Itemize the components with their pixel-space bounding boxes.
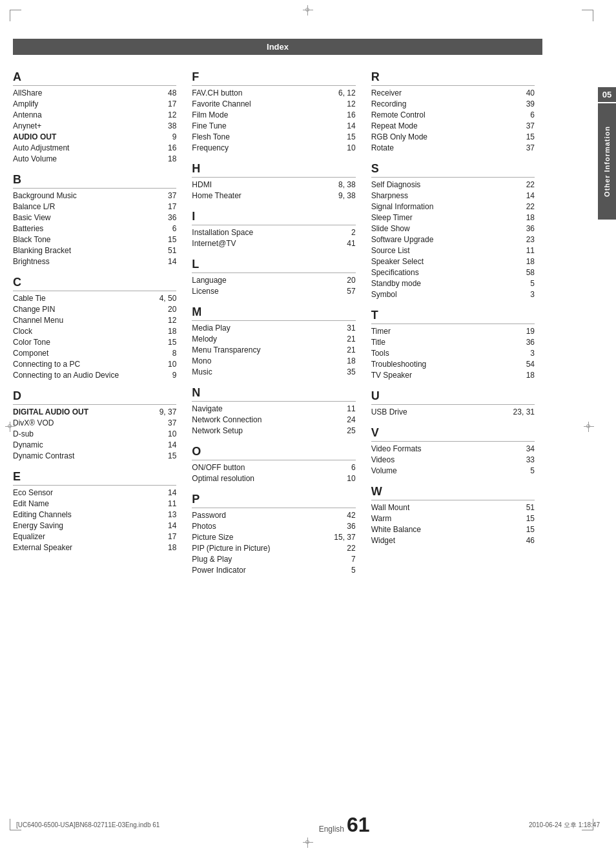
entry-page: 15 <box>509 525 535 534</box>
entry-name: Anynet+ <box>13 121 41 130</box>
entry-page: 39 <box>509 99 535 108</box>
index-entry: Symbol3 <box>371 289 535 300</box>
index-entry: Remote Control6 <box>371 109 535 120</box>
entry-page: 17 <box>150 99 176 108</box>
index-entry: Navigate11 <box>192 403 355 414</box>
entry-name: Media Play <box>192 324 230 333</box>
entry-name: Remote Control <box>371 110 426 119</box>
entry-name: Power Indicator <box>192 566 245 575</box>
entry-name: Internet@TV <box>192 239 236 248</box>
entry-page: 15 <box>509 514 535 523</box>
index-entry: Brightness14 <box>13 256 176 267</box>
section-letter-n: N <box>192 386 355 402</box>
index-entry: Favorite Channel12 <box>192 98 355 109</box>
entry-name: Network Setup <box>192 426 243 435</box>
index-title: Index <box>13 39 542 55</box>
entry-page: 10 <box>150 429 176 438</box>
entry-name: Black Tone <box>13 235 50 244</box>
entry-name: Flesh Tone <box>192 132 229 141</box>
index-entry: HDMI8, 38 <box>192 179 355 190</box>
index-entry: Repeat Mode37 <box>371 120 535 131</box>
entry-name: White Balance <box>371 525 421 534</box>
entry-name: Auto Volume <box>13 154 57 163</box>
index-entry: Warm15 <box>371 513 535 524</box>
entry-page: 5 <box>509 279 535 288</box>
entry-name: PIP (Picture in Picture) <box>192 544 270 553</box>
entry-name: Sharpness <box>371 191 408 200</box>
entry-page: 15, 37 <box>330 533 356 542</box>
entry-page: 21 <box>330 334 356 344</box>
side-tab-label: Other Information <box>603 126 611 197</box>
entry-name: RGB Only Mode <box>371 132 427 141</box>
index-entry: Source List11 <box>371 245 535 256</box>
entry-name: Standby mode <box>371 279 421 288</box>
entry-name: Photos <box>192 522 216 531</box>
entry-name: Film Mode <box>192 110 228 119</box>
index-entry: Clock18 <box>13 325 176 336</box>
section-letter-h: H <box>192 162 355 178</box>
index-entry: Componet8 <box>13 347 176 358</box>
index-entry: Dynamic Contrast15 <box>13 450 176 461</box>
index-entry: Internet@TV41 <box>192 238 355 249</box>
entry-page: 18 <box>330 356 356 365</box>
entry-name: Mono <box>192 356 211 365</box>
entry-page: 33 <box>509 455 535 464</box>
index-entry: Self Diagnosis22 <box>371 179 535 190</box>
index-entry: Installation Space2 <box>192 227 355 238</box>
index-entry: Connecting to a PC10 <box>13 358 176 369</box>
index-entry: FAV.CH button6, 12 <box>192 87 355 98</box>
index-entry: Network Connection24 <box>192 414 355 425</box>
entry-name: License <box>192 287 218 296</box>
entry-page: 9 <box>150 132 176 141</box>
entry-page: 35 <box>330 367 356 376</box>
section-letter-t: T <box>371 309 535 324</box>
entry-name: Connecting to a PC <box>13 360 80 369</box>
entry-name: Connecting to an Audio Device <box>13 371 119 380</box>
entry-name: Equalizer <box>13 532 45 541</box>
entry-name: Editing Channels <box>13 510 72 519</box>
entry-name: Change PIN <box>13 305 55 314</box>
entry-page: 14 <box>150 440 176 449</box>
entry-page: 15 <box>150 235 176 244</box>
index-entry: Language20 <box>192 274 355 285</box>
entry-name: Videos <box>371 455 395 464</box>
index-entry: Slide Show36 <box>371 223 535 234</box>
center-mark-bottom <box>303 838 313 848</box>
index-entry: Cable Tie4, 50 <box>13 293 176 303</box>
entry-name: Optimal resolution <box>192 474 254 483</box>
index-entry: Speaker Select18 <box>371 256 535 267</box>
index-entry: Editing Channels13 <box>13 509 176 520</box>
index-entry: Signal Information22 <box>371 201 535 212</box>
entry-name: Dynamic <box>13 440 43 449</box>
column-1: AAllShare48Amplify17Antenna12Anynet+38AU… <box>13 65 184 579</box>
entry-name: Warm <box>371 514 392 523</box>
entry-name: Network Connection <box>192 415 262 424</box>
index-entry: Sleep Timer18 <box>371 212 535 223</box>
corner-tl <box>10 10 21 21</box>
index-entry: Connecting to an Audio Device9 <box>13 369 176 380</box>
entry-name: Recording <box>371 99 407 108</box>
index-entry: Password42 <box>192 509 355 520</box>
entry-name: Timer <box>371 327 391 336</box>
entry-name: Repeat Mode <box>371 121 418 130</box>
entry-page: 20 <box>150 305 176 314</box>
entry-page: 14 <box>150 488 176 497</box>
entry-name: Receiver <box>371 88 402 98</box>
entry-page: 34 <box>509 444 535 453</box>
entry-name: Widget <box>371 536 395 545</box>
section-letter-r: R <box>371 70 535 86</box>
corner-tr <box>582 10 593 21</box>
entry-name: Fine Tune <box>192 121 226 130</box>
section-letter-a: A <box>13 70 176 86</box>
index-entry: Video Formats34 <box>371 443 535 454</box>
entry-name: ON/OFF button <box>192 463 245 472</box>
entry-name: TV Speaker <box>371 371 412 380</box>
index-entry: License57 <box>192 285 355 296</box>
entry-page: 46 <box>509 536 535 545</box>
entry-name: Rotate <box>371 143 394 152</box>
entry-page: 22 <box>509 202 535 211</box>
entry-page: 10 <box>330 143 356 152</box>
entry-page: 42 <box>330 511 356 520</box>
entry-name: Password <box>192 511 226 520</box>
entry-page: 51 <box>509 503 535 512</box>
